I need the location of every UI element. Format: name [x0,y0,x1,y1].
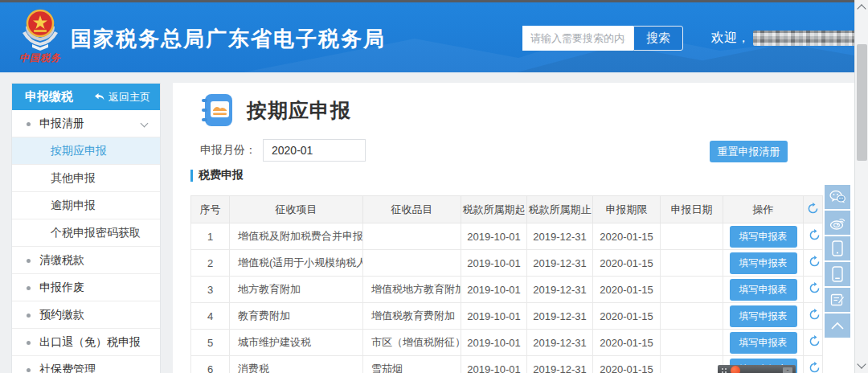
refresh-column-header [804,196,823,223]
table-cell: 雪茄烟 [363,356,461,373]
table-cell [363,250,461,277]
table-cell: 1 [191,223,230,250]
search-button[interactable]: 搜索 [633,26,683,51]
table-row: 5城市维护建设税市区（增值税附征）2019-10-012019-12-31202… [191,330,823,356]
back-to-top-icon[interactable] [825,314,850,338]
sidebar-item-8[interactable]: 出口退（免）税申报 [12,329,160,356]
refresh-icon[interactable] [809,282,821,294]
bullet-icon [27,314,31,318]
sidebar-subitem-4[interactable]: 个税申报密码获取 [12,219,160,247]
table-cell: 2019-10-01 [461,223,527,250]
fill-declaration-form-button[interactable]: 填写申报表 [730,332,797,354]
sidebar-subitem-label: 逾期申报 [51,199,96,213]
back-home-link[interactable]: 返回主页 [94,90,150,105]
declare-month-filter: 申报月份： [200,139,366,162]
header-search-box: 搜索 [522,26,683,51]
fill-declaration-form-button[interactable]: 填写申报表 [730,305,797,327]
window-top-edge [0,0,868,2]
refresh-icon[interactable] [809,256,821,268]
sidebar-item-6[interactable]: 申报作废 [12,274,160,301]
logo-caption: 中国税务 [14,51,66,65]
sidebar-subitem-label: 个税申报密码获取 [51,226,141,240]
refresh-icon[interactable] [807,203,819,215]
scroll-up-arrow-icon[interactable] [857,4,866,13]
reply-arrow-icon [94,92,104,101]
table-cell: 城市维护建设税 [230,330,363,356]
table-cell: 消费税 [230,356,363,373]
sidebar-subitem-3[interactable]: 逾期申报 [12,192,160,219]
table-row: 2增值税(适用于小规模纳税人)2019-10-012019-12-312020-… [191,250,823,277]
table-cell: 2019-10-01 [461,303,527,330]
sidebar-menu: 申报缴税 返回主页 申报清册按期应申报其他申报逾期申报个税申报密码获取清缴税款申… [11,83,161,373]
bullet-icon [27,341,31,345]
table-cell [661,277,723,303]
column-header: 序号 [191,196,230,223]
action-cell: 填写申报表 [723,223,804,250]
site-title: 国家税务总局广东省电子税务局 [71,25,386,53]
table-cell: 2020-01-15 [593,330,661,356]
sidebar-item-5[interactable]: 清缴税款 [12,247,160,274]
fill-declaration-form-button[interactable]: 填写申报表 [730,279,797,301]
refresh-icon[interactable] [809,335,821,347]
table-cell: 2020-01-15 [593,303,661,330]
table-cell: 2 [191,250,230,277]
page-scrollbar[interactable] [854,0,868,373]
sidebar-item-list: 申报清册按期应申报其他申报逾期申报个税申报密码获取清缴税款申报作废预约缴款出口退… [12,110,160,373]
refresh-cell [804,250,823,277]
ime-logo-icon [731,366,740,373]
declaration-table: 序号征收项目征收品目税款所属期起税款所属期止申报期限申报日期操作 1增值税及附加… [190,195,823,373]
table-header-row: 序号征收项目征收品目税款所属期起税款所属期止申报期限申报日期操作 [191,196,823,223]
fill-declaration-form-button[interactable]: 填写申报表 [730,252,797,274]
sidebar-item-7[interactable]: 预约缴款 [12,301,160,329]
mobile-site-icon[interactable] [825,262,850,286]
table-cell: 2019-12-31 [527,303,593,330]
table-cell: 4 [191,303,230,330]
sidebar-item-0[interactable]: 申报清册 [12,110,160,137]
sidebar-subitem-label: 按期应申报 [51,144,107,158]
float-toolbar [825,185,850,338]
refresh-icon[interactable] [809,309,821,321]
bullet-icon [27,286,31,290]
table-cell: 市区（增值税附征） [363,330,461,356]
fill-declaration-form-button[interactable]: 填写申报表 [730,226,797,248]
table-cell: 3 [191,277,230,303]
weibo-icon[interactable] [825,211,850,235]
sidebar-header: 申报缴税 返回主页 [12,84,160,110]
refresh-icon[interactable] [809,362,821,373]
bullet-icon [27,368,31,372]
sidebar-subitem-2[interactable]: 其他申报 [12,165,160,192]
sidebar-subitem-1[interactable]: 按期应申报 [12,137,160,165]
drag-handle-icon[interactable] [721,367,727,373]
table-cell: 2020-01-15 [593,356,661,373]
table-cell: 5 [191,330,230,356]
table-cell: 2019-12-31 [527,356,593,373]
section-title: 税费申报 [199,168,244,182]
sidebar-item-label: 社保费管理 [39,363,96,373]
refresh-icon[interactable] [809,229,821,241]
column-header: 申报期限 [593,196,661,223]
mobile-app-icon[interactable] [825,236,850,260]
table-cell: 2019-12-31 [527,330,593,356]
bullet-icon [27,122,31,126]
column-header: 税款所属期止 [527,196,593,223]
welcome-prefix: 欢迎， [711,30,750,47]
table-cell: 2019-10-01 [461,356,527,373]
search-input[interactable] [522,26,633,51]
feedback-note-icon[interactable] [825,288,850,312]
sidebar-item-label: 申报作废 [39,281,84,295]
minimize-icon[interactable]: - [783,367,792,373]
table-cell: 2019-12-31 [527,250,593,277]
declare-month-input[interactable] [263,139,366,162]
site-header: 中国税务 国家税务总局广东省电子税务局 搜索 欢迎， | 退出 [0,2,854,72]
sidebar-item-label: 出口退（免）税申报 [39,335,141,350]
table-cell [363,223,461,250]
declare-month-label: 申报月份： [200,143,256,158]
table-cell: 2020-01-15 [593,250,661,277]
main-panel: 按期应申报 申报月份： 重置申报清册 税费申报 序号征收项目征收品目税款所属期起… [173,83,854,373]
reset-declaration-list-button[interactable]: 重置申报清册 [710,141,788,162]
scroll-down-arrow-icon[interactable] [857,359,866,368]
input-method-toolbar[interactable]: - [718,365,796,373]
scrollbar-thumb[interactable] [857,44,867,161]
wechat-icon[interactable] [825,185,850,209]
sidebar-item-9[interactable]: 社保费管理 [12,356,160,373]
